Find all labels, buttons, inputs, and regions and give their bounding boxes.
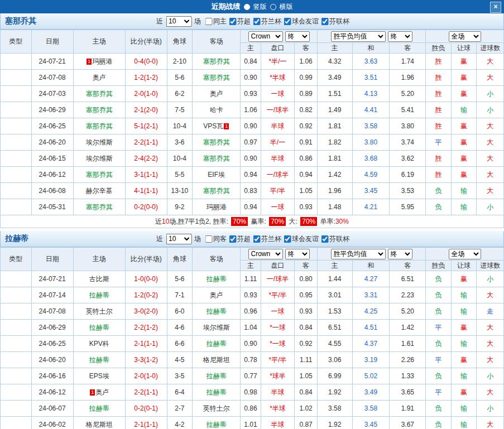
euro-draw-odds-cell: 3.31 <box>352 287 390 303</box>
match-row: 芬兰杯24-07-03塞那乔其2-0(1-0)6-2奥卢0.93一球0.891.… <box>1 86 504 102</box>
subcolumn-header: 客 <box>390 261 426 271</box>
away-team-cell: 拉赫蒂 <box>193 336 241 352</box>
subcolumn-header: 和 <box>352 261 390 271</box>
corner-cell: 10-4 <box>167 118 193 134</box>
euro-draw-odds-cell: 3.80 <box>352 134 390 151</box>
asian-away-odds-cell: 0.93 <box>295 199 318 215</box>
vertical-layout-label[interactable]: 竖版 <box>253 2 267 12</box>
bookmaker-select[interactable]: Crown <box>248 31 283 42</box>
match-row: 芬超24-07-211玛丽港0-4(0-0)2-10塞那乔其0.84*半/一1.… <box>1 54 504 70</box>
corner-cell: 6-6 <box>167 336 193 352</box>
corner-cell: 7-1 <box>167 287 193 303</box>
team-text: 拉赫蒂 <box>207 275 227 283</box>
team-text: 奥卢 <box>95 388 109 396</box>
horizontal-layout-label[interactable]: 横版 <box>280 2 293 12</box>
subcolumn-header: 让球 <box>451 261 477 271</box>
match-type-cell: 芬超 <box>1 303 32 320</box>
away-team-cell: 奥卢 <box>193 287 241 303</box>
red-card-badge: 1 <box>224 123 229 129</box>
result-group-header: 全场 <box>426 248 504 261</box>
sections-container: 塞那乔其近10场同主芬超芬兰杯球会友谊芬联杯类型日期主场比分(半场)角球客场Cr… <box>0 13 504 429</box>
asian-away-odds-cell: 0.89 <box>295 86 318 102</box>
euro-away-odds-cell: 2.26 <box>390 352 426 368</box>
result-wdl-cell: 平 <box>426 384 452 401</box>
asian-stage-select[interactable]: 终 <box>285 249 310 259</box>
filter-checkbox[interactable] <box>284 18 291 25</box>
team-text: KPV科 <box>89 340 109 348</box>
subcolumn-header: 客 <box>295 43 318 54</box>
euro-home-odds-cell: 1.42 <box>317 167 352 183</box>
result-wdl-cell: 负 <box>426 336 452 352</box>
match-type-cell: 芬超 <box>1 287 32 303</box>
result-wdl-cell: 胜 <box>426 86 452 102</box>
match-type-cell: 芬兰杯 <box>1 118 32 134</box>
result-wdl-cell: 负 <box>426 271 452 287</box>
bookmaker-select[interactable]: Crown <box>248 249 283 259</box>
filter-checkbox[interactable] <box>321 18 328 25</box>
filter-checkbox-label: 芬兰杯 <box>261 234 281 244</box>
result-goals-cell: 大 <box>477 183 504 199</box>
home-team-cell: EPS埃 <box>73 368 125 384</box>
away-team-cell: 塞那乔其 <box>193 54 241 70</box>
filter-checkbox[interactable] <box>205 18 212 25</box>
asian-home-odds-cell: 0.78 <box>241 352 261 368</box>
corner-cell: 5-5 <box>167 167 193 183</box>
handicap-cell: 一/球半 <box>261 102 295 118</box>
scope-select[interactable]: 全场 <box>449 249 481 259</box>
euro-draw-odds-cell: 3.58 <box>352 401 390 417</box>
filter-checkbox-label: 同客 <box>213 234 227 244</box>
euro-draw-odds-cell: 4.25 <box>352 303 390 320</box>
filter-checkbox[interactable] <box>229 18 236 25</box>
score-cell: 5-1(2-1) <box>125 118 167 134</box>
result-handicap-cell: 赢 <box>451 352 477 368</box>
match-row: 芬超24-05-31塞那乔其0-2(0-0)9-2玛丽港0.94一球0.931.… <box>1 199 504 215</box>
euro-stage-select[interactable]: 终 <box>388 31 412 42</box>
match-row: 芬兰杯24-06-16EPS埃2-0(1-0)3-5拉赫蒂0.77*球半1.05… <box>1 368 504 384</box>
scope-select[interactable]: 全场 <box>449 31 481 42</box>
filter-checkbox[interactable] <box>253 18 260 25</box>
result-handicap-cell: 输 <box>451 102 477 118</box>
euro-stage-select[interactable]: 终 <box>388 249 412 259</box>
filter-checkbox[interactable] <box>284 235 291 243</box>
filter-checkbox[interactable] <box>321 235 328 243</box>
match-count-select[interactable]: 10 <box>166 16 191 27</box>
team-text: 塞那乔其 <box>86 203 113 211</box>
asian-home-odds-cell: 0.93 <box>241 86 261 102</box>
filter-checkbox-label: 芬联杯 <box>329 234 349 244</box>
result-goals-cell: 走 <box>477 303 504 320</box>
table-header-row: 类型日期主场比分(半场)角球客场Crown终胜平负均值终全场 <box>1 248 504 261</box>
euro-draw-odds-cell: 4.21 <box>352 199 390 215</box>
horizontal-layout-radio[interactable] <box>270 4 276 10</box>
date-cell: 24-06-15 <box>31 151 73 167</box>
vertical-layout-radio[interactable] <box>244 4 250 10</box>
handicap-cell: *平/半 <box>261 352 295 368</box>
score-cell: 1-2(1-2) <box>125 70 167 86</box>
corner-cell: 2-10 <box>167 54 193 70</box>
euro-type-select[interactable]: 胜平负均值 <box>331 249 386 259</box>
section-title-bar: 拉赫蒂近10场同客芬超芬兰杯球会友谊芬联杯 <box>0 231 504 247</box>
result-wdl-cell: 负 <box>426 287 452 303</box>
euro-home-odds-cell: 1.81 <box>317 151 352 167</box>
match-count-select[interactable]: 10 <box>166 234 191 244</box>
result-wdl-cell: 胜 <box>426 70 452 86</box>
column-header: 主场 <box>73 30 125 54</box>
filter-checkbox-item: 芬联杯 <box>321 234 349 244</box>
result-handicap-cell: 输 <box>451 417 477 429</box>
match-row: 芬超24-06-02格尼斯坦2-1(1-1)4-2拉赫蒂1.01半球0.871.… <box>1 417 504 429</box>
filter-checkbox[interactable] <box>205 235 212 243</box>
result-handicap-cell: 赢 <box>451 167 477 183</box>
euro-type-select[interactable]: 胜平负均值 <box>331 31 386 42</box>
team-text: 奥卢 <box>210 291 223 299</box>
asian-stage-select[interactable]: 终 <box>285 31 310 42</box>
handicap-cell: *平/半 <box>261 287 295 303</box>
result-goals-cell: 大 <box>477 320 504 336</box>
filter-checkbox[interactable] <box>253 235 260 243</box>
column-header: 日期 <box>31 248 73 271</box>
corner-cell: 4-2 <box>167 417 193 429</box>
asian-home-odds-cell: 1.11 <box>241 271 261 287</box>
close-icon[interactable]: × <box>490 2 501 13</box>
asian-home-odds-cell: 0.94 <box>241 167 261 183</box>
team-text: 埃尔维斯 <box>86 155 113 162</box>
filter-checkbox[interactable] <box>229 235 236 243</box>
filter-checkbox-item: 芬联杯 <box>321 17 349 26</box>
